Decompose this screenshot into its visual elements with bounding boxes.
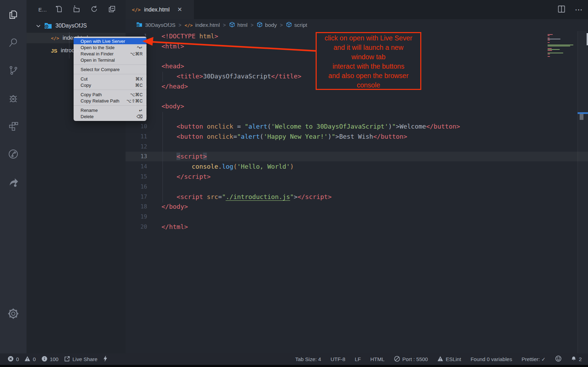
code-line[interactable]: 20</html> xyxy=(126,222,588,232)
status-item-label: 100 xyxy=(50,356,59,362)
more-actions-icon[interactable]: ⋯ xyxy=(575,8,583,12)
explorer-icon[interactable] xyxy=(0,4,27,25)
breadcrumb-item-html[interactable]: html xyxy=(229,22,248,29)
status-item-label: Prettier: ✓ xyxy=(521,356,545,362)
status-item-0[interactable]: 0 xyxy=(24,356,36,363)
status-item-eslint[interactable]: ESLint xyxy=(437,356,461,363)
status-item-100[interactable]: 100 xyxy=(42,356,59,363)
ruler-scroll-handle[interactable] xyxy=(580,114,583,120)
breadcrumb-item-script[interactable]: script xyxy=(286,22,307,29)
minimap[interactable] xyxy=(548,34,575,57)
collapse-all-icon[interactable] xyxy=(108,5,116,14)
tab-close-icon[interactable]: ✕ xyxy=(177,6,182,13)
scrollbar-thumb[interactable] xyxy=(587,33,588,45)
new-file-icon[interactable] xyxy=(55,5,62,14)
menu-item-rename[interactable]: Rename↵ xyxy=(74,107,146,113)
refresh-icon[interactable] xyxy=(90,5,98,14)
annotation-line: console xyxy=(317,81,420,90)
run-debug-icon[interactable] xyxy=(0,88,27,109)
chevron-down-icon xyxy=(36,23,41,29)
menu-item-label: Delete xyxy=(81,114,94,119)
breadcrumb-label: script xyxy=(294,22,307,28)
code-line[interactable]: 12 xyxy=(126,142,588,152)
status-item-lf[interactable]: LF xyxy=(355,356,361,362)
menu-item-copy[interactable]: Copy⌘C xyxy=(74,82,146,88)
status-item-utf-8[interactable]: UTF-8 xyxy=(331,356,346,362)
menu-item-copy-relative-path[interactable]: Copy Relative Path⌥⇧⌘C xyxy=(74,98,146,104)
code-line[interactable]: 18</body> xyxy=(126,202,588,212)
menu-item-label: Cut xyxy=(81,76,88,82)
search-icon[interactable] xyxy=(0,32,27,53)
breadcrumb-item-body[interactable]: body xyxy=(257,22,277,29)
indent-guide xyxy=(163,112,163,202)
menu-item-copy-path[interactable]: Copy Path⌥⌘C xyxy=(74,91,146,98)
menu-item-shortcut: ⌥⌘R xyxy=(130,51,143,56)
code-line[interactable]: 9 xyxy=(126,111,588,121)
status-left-group: 00100Live Share xyxy=(8,355,108,363)
explorer-title: E... xyxy=(38,7,47,13)
split-editor-icon[interactable] xyxy=(557,5,566,15)
status-item-bolt-icon[interactable] xyxy=(103,355,108,363)
menu-item-reveal-in-finder[interactable]: Reveal in Finder⌥⌘R xyxy=(74,51,146,57)
menu-item-select-for-compare[interactable]: Select for Compare xyxy=(74,66,146,72)
code-line[interactable]: 19 xyxy=(126,212,588,222)
symbol-icon xyxy=(286,22,292,29)
code-line[interactable]: 11 <button onclick="alert('Happy New Yea… xyxy=(126,131,588,142)
code-line[interactable]: 13 <script> xyxy=(126,152,588,162)
code-line[interactable]: 17 <script src="./introduction.js"></scr… xyxy=(126,192,588,202)
tab-index-html[interactable]: </> index.html ✕ xyxy=(126,0,194,19)
vscode-window: { "colors": { "accent_red": "#f3330e", "… xyxy=(0,0,588,367)
status-item-label: Live Share xyxy=(73,356,98,362)
code-line[interactable]: 10 <button onclick = "alert('Welcome to … xyxy=(126,121,588,131)
source-control-icon[interactable] xyxy=(0,60,27,81)
new-folder-icon[interactable] xyxy=(73,5,80,14)
breadcrumb-item-index-html[interactable]: </>index.html xyxy=(184,22,220,28)
circle-branch-icon[interactable] xyxy=(0,144,27,165)
status-item-prettier[interactable]: Prettier: ✓ xyxy=(521,356,545,362)
code-text: <script src="./introduction.js"></script… xyxy=(161,193,332,200)
breadcrumb-label: html xyxy=(238,22,248,28)
menu-item-label: Copy xyxy=(81,83,91,88)
menu-item-open-in-terminal[interactable]: Open in Terminal xyxy=(74,57,146,63)
status-bar: 00100Live Share Tab Size: 4UTF-8LFHTMLPo… xyxy=(0,353,588,365)
status-item-0[interactable]: 0 xyxy=(8,356,19,363)
status-item-port-5500[interactable]: Port : 5500 xyxy=(394,356,428,363)
annotation-box: click on open with Live Severand it will… xyxy=(316,32,421,90)
menu-item-delete[interactable]: Delete⌫ xyxy=(74,113,146,120)
status-item-html[interactable]: HTML xyxy=(370,356,385,362)
code-line[interactable]: 16 xyxy=(126,182,588,192)
status-item-2[interactable]: 2 xyxy=(571,356,582,363)
status-item-tab-size-4[interactable]: Tab Size: 4 xyxy=(295,356,321,362)
breadcrumb-separator: > xyxy=(179,22,181,28)
folder-icon xyxy=(136,22,143,29)
breadcrumb-separator: > xyxy=(223,22,226,28)
code-line[interactable]: 14 console.log('Hello, World') xyxy=(126,161,588,171)
extensions-icon[interactable] xyxy=(0,116,27,137)
menu-item-label: Select for Compare xyxy=(81,67,120,72)
menu-item-label: Copy Path xyxy=(81,92,102,97)
tree-root-folder[interactable]: 30DaysOfJS xyxy=(27,21,126,31)
menu-item-cut[interactable]: Cut⌘X xyxy=(74,76,146,82)
code-line[interactable]: 7 xyxy=(126,91,588,101)
code-line[interactable]: 15 </script> xyxy=(126,171,588,182)
menu-separator xyxy=(74,74,146,74)
line-number: 14 xyxy=(126,163,147,170)
menu-item-shortcut: ⌫ xyxy=(136,114,143,119)
html-file-icon: </> xyxy=(51,36,59,41)
bell-icon xyxy=(571,356,576,363)
status-item-found-0-variables[interactable]: Found 0 variables xyxy=(470,356,512,362)
status-item-live-share[interactable]: Live Share xyxy=(64,356,98,363)
breadcrumb-item-30daysofjs[interactable]: 30DaysOfJS xyxy=(136,22,175,29)
status-item-smiley-icon[interactable] xyxy=(555,355,561,363)
live-share-icon[interactable] xyxy=(0,171,27,192)
code-text: <button onclick="alert('Happy New Year!'… xyxy=(161,133,407,140)
menu-item-open-to-the-side[interactable]: Open to the Side^↵ xyxy=(74,44,146,51)
minimap-line xyxy=(548,35,550,36)
overview-ruler[interactable] xyxy=(578,31,588,353)
info-icon xyxy=(42,356,47,363)
menu-item-open-with-live-server[interactable]: Open with Live Server xyxy=(74,38,146,44)
settings-gear-icon[interactable] xyxy=(0,303,27,324)
line-number: 16 xyxy=(126,183,147,190)
breadcrumb-separator: > xyxy=(280,22,283,28)
code-line[interactable]: 8<body> xyxy=(126,101,588,112)
